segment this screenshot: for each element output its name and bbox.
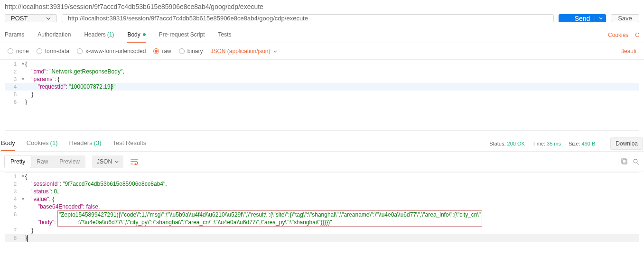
body-modified-dot xyxy=(143,33,146,36)
radio-icon xyxy=(153,48,159,54)
send-label: Send xyxy=(575,15,590,22)
resp-tab-cookies[interactable]: Cookies (1) xyxy=(27,136,58,151)
http-method-select[interactable]: POST xyxy=(5,14,57,22)
chevron-down-icon xyxy=(46,17,51,20)
size-block: Size: 490 B xyxy=(569,141,595,146)
tab-headers-label: Headers xyxy=(84,31,105,38)
body-type-formdata[interactable]: form-data xyxy=(37,48,69,55)
viewmode-raw[interactable]: Raw xyxy=(31,155,54,168)
request-body-editor[interactable]: 1▾{2 "cmd": "Network.getResponseBody",3▾… xyxy=(5,60,639,131)
send-button[interactable]: Send xyxy=(559,14,606,22)
svg-point-2 xyxy=(634,159,637,163)
http-method-label: POST xyxy=(11,15,28,22)
viewmode-preview[interactable]: Preview xyxy=(54,155,85,168)
url-value: http://localhost:39319/session/9f7accd7c… xyxy=(68,15,308,22)
tab-body-label: Body xyxy=(127,31,140,38)
breadcrumb: http://localhost:39319/session/9f7accd7c… xyxy=(0,0,644,14)
wrap-icon xyxy=(130,158,139,165)
body-type-binary[interactable]: binary xyxy=(179,48,203,55)
save-label: Save xyxy=(618,15,632,22)
copy-icon[interactable] xyxy=(621,158,628,165)
time-block: Time: 35 ms xyxy=(532,141,561,146)
resp-tab-testresults[interactable]: Test Results xyxy=(113,136,147,151)
resp-tab-headers[interactable]: Headers (3) xyxy=(69,136,102,151)
body-type-none[interactable]: none xyxy=(8,48,29,55)
tab-body[interactable]: Body xyxy=(127,27,145,43)
tab-prerequest[interactable]: Pre-request Script xyxy=(159,27,205,43)
send-dropdown-toggle[interactable] xyxy=(595,14,606,22)
chevron-down-icon xyxy=(273,50,277,53)
radio-icon xyxy=(77,48,83,54)
code-link[interactable]: C xyxy=(635,32,639,38)
response-type-select[interactable]: JSON xyxy=(92,155,123,168)
wrap-toggle[interactable] xyxy=(130,158,139,165)
cookies-link[interactable]: Cookies xyxy=(608,32,628,38)
status-block: Status: 200 OK xyxy=(489,141,525,146)
chevron-down-icon xyxy=(115,161,119,163)
tab-authorization[interactable]: Authorization xyxy=(37,27,71,43)
tab-tests[interactable]: Tests xyxy=(218,27,231,43)
viewmode-pretty[interactable]: Pretty xyxy=(5,155,31,168)
radio-icon xyxy=(37,48,42,54)
url-input[interactable]: http://localhost:39319/session/9f7accd7c… xyxy=(62,14,554,22)
tab-headers[interactable]: Headers (1) xyxy=(84,27,114,43)
view-mode-segment: Pretty Raw Preview xyxy=(5,155,85,168)
download-button[interactable]: Downloa xyxy=(610,137,643,150)
radio-icon xyxy=(179,48,185,54)
response-body-viewer[interactable]: 1▾{ 2 "sessionId": "9f7accd7c4db53b615e8… xyxy=(5,172,639,242)
content-type-select[interactable]: JSON (application/json) xyxy=(210,48,277,55)
svg-rect-1 xyxy=(622,159,626,163)
resp-tab-body[interactable]: Body xyxy=(1,136,15,151)
body-type-raw[interactable]: raw xyxy=(153,48,171,55)
chevron-down-icon xyxy=(599,17,603,19)
svg-rect-0 xyxy=(623,160,627,164)
beautify-link[interactable]: Beauti xyxy=(620,48,636,55)
headers-count: (1) xyxy=(107,31,114,38)
save-button[interactable]: Save xyxy=(611,14,639,22)
tab-params[interactable]: Params xyxy=(5,27,24,43)
radio-icon xyxy=(8,48,13,54)
body-type-urlencoded[interactable]: x-www-form-urlencoded xyxy=(77,48,146,55)
search-icon[interactable] xyxy=(633,158,639,165)
